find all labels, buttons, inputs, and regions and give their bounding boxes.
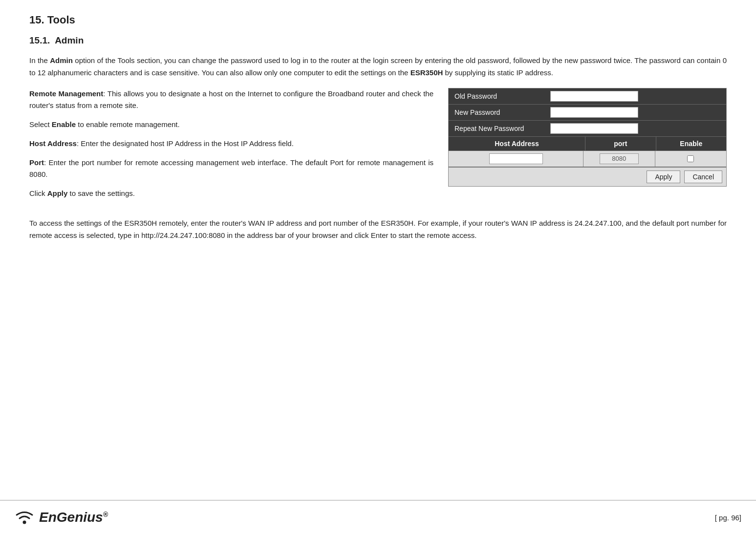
esr350h-bold-1: ESR350H — [410, 68, 443, 77]
enable-checkbox[interactable] — [687, 155, 694, 162]
bottom-bar: EnGenius® [ pg. 96] — [0, 500, 756, 534]
repeat-new-password-row: Repeat New Password — [449, 121, 726, 137]
admin-bold: Admin — [50, 56, 73, 64]
port-cell — [583, 151, 655, 167]
page-number: [ pg. 96] — [715, 513, 741, 522]
section-number: 15. — [29, 14, 44, 26]
enable-cell — [655, 151, 727, 167]
select-enable-para: Select Enable to enable remote managemen… — [29, 119, 433, 131]
cancel-button[interactable]: Cancel — [684, 171, 722, 183]
logo-text: EnGenius® — [39, 510, 108, 525]
svg-point-0 — [23, 520, 26, 524]
host-address-bold: Host Address — [29, 139, 77, 148]
page-content: 15. Tools 15.1. Admin In the Admin optio… — [0, 0, 756, 287]
admin-panel-box: Old Password New Password Repeat New Pas… — [448, 88, 727, 187]
logo-suffix: ® — [103, 511, 108, 518]
old-password-input[interactable] — [550, 91, 638, 102]
port-bold: Port — [29, 158, 44, 167]
remote-management-para: Remote Management: This allows you to de… — [29, 88, 433, 112]
host-address-input[interactable] — [489, 153, 543, 164]
port-input[interactable] — [600, 153, 639, 164]
repeat-new-password-input[interactable] — [550, 123, 638, 134]
port-para: Port: Enter the port number for remote a… — [29, 157, 433, 181]
new-password-input-area — [546, 105, 726, 120]
new-password-input[interactable] — [550, 107, 638, 118]
repeat-new-password-input-area — [546, 121, 726, 136]
apply-bold: Apply — [47, 189, 68, 197]
old-password-row: Old Password — [449, 88, 726, 105]
wifi-icon — [15, 508, 34, 528]
host-address-cell — [449, 151, 583, 167]
host-address-para: Host Address: Enter the designated host … — [29, 138, 433, 150]
enable-col-header: Enable — [656, 137, 727, 150]
apply-button[interactable]: Apply — [647, 171, 680, 183]
table-data-row — [449, 151, 726, 167]
section-title: 15. Tools — [29, 14, 727, 26]
subsection-name: Admin — [55, 35, 84, 45]
logo-name: EnGenius — [39, 510, 103, 525]
router-admin-panel: Old Password New Password Repeat New Pas… — [448, 88, 727, 187]
old-password-label: Old Password — [449, 89, 546, 104]
old-password-input-area — [546, 88, 726, 104]
engenius-logo: EnGenius® — [15, 508, 108, 528]
repeat-new-password-label: Repeat New Password — [449, 121, 546, 136]
section-name: Tools — [47, 14, 75, 26]
new-password-row: New Password — [449, 105, 726, 121]
remote-management-label: Remote Management — [29, 89, 103, 98]
table-header-row: Host Address port Enable — [449, 137, 726, 151]
port-col-header: port — [585, 137, 656, 150]
enable-bold: Enable — [52, 120, 76, 128]
intro-paragraph: In the Admin option of the Tools section… — [29, 55, 727, 79]
content-area: Remote Management: This allows you to de… — [29, 88, 727, 207]
new-password-label: New Password — [449, 105, 546, 120]
panel-buttons-row: Apply Cancel — [449, 167, 726, 186]
remote-access-paragraph: To access the settings of the ESR350H re… — [29, 217, 727, 242]
subsection-title: 15.1. Admin — [29, 35, 727, 46]
subsection-number: 15.1. — [29, 35, 50, 45]
click-apply-para: Click Apply to save the settings. — [29, 188, 433, 200]
text-column: Remote Management: This allows you to de… — [29, 88, 433, 207]
host-address-col-header: Host Address — [449, 137, 585, 150]
